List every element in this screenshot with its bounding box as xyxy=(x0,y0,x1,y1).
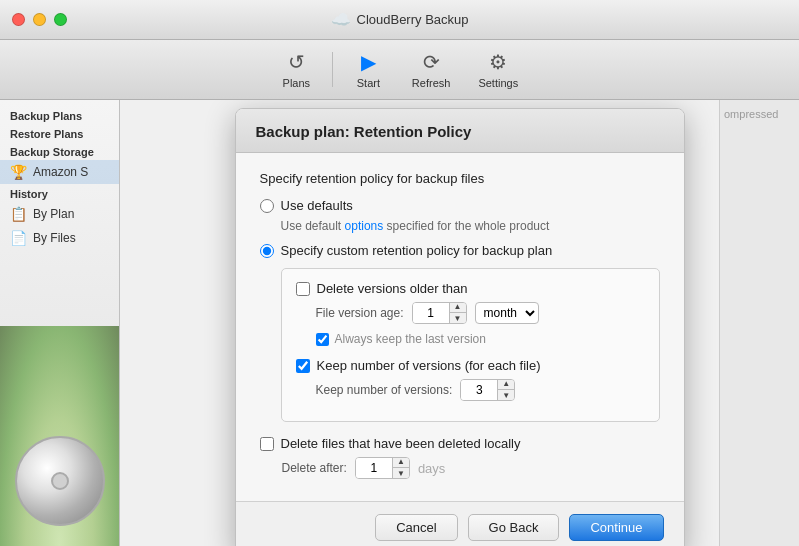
toolbar-separator xyxy=(332,52,333,87)
delete-after-stepper[interactable]: ▲ ▼ xyxy=(392,457,409,479)
delete-versions-label[interactable]: Delete versions older than xyxy=(317,281,468,296)
keep-versions-count-stepper[interactable]: ▲ ▼ xyxy=(497,379,514,401)
file-version-age-up[interactable]: ▲ xyxy=(450,302,466,313)
use-default-text: Use default xyxy=(281,219,342,233)
go-back-button[interactable]: Go Back xyxy=(468,514,560,541)
options-suffix: specified for the whole product xyxy=(387,219,550,233)
amazon-icon: 🏆 xyxy=(10,164,27,180)
sidebar-item-by-plan[interactable]: 📋 By Plan xyxy=(0,202,119,226)
traffic-lights[interactable] xyxy=(12,13,67,26)
toolbar-start-button[interactable]: ▶ Start xyxy=(341,44,396,95)
file-version-age-input-wrap[interactable]: 1 ▲ ▼ xyxy=(412,302,467,324)
delete-versions-checkbox[interactable] xyxy=(296,282,310,296)
settings-label: Settings xyxy=(478,77,518,89)
toolbar-plans-button[interactable]: ↺ Plans xyxy=(269,44,324,95)
keep-versions-count-input-wrap[interactable]: 3 ▲ ▼ xyxy=(460,379,515,401)
delete-after-input[interactable]: 1 xyxy=(356,458,392,478)
retention-policy-dialog: Backup plan: Retention Policy Specify re… xyxy=(235,108,685,546)
delete-files-label[interactable]: Delete files that have been deleted loca… xyxy=(281,436,521,451)
title-bar: ☁️ CloudBerry Backup xyxy=(0,0,799,40)
custom-policy-radio[interactable] xyxy=(260,244,274,258)
keep-versions-count-input[interactable]: 3 xyxy=(461,380,497,400)
file-version-age-label: File version age: xyxy=(316,306,404,320)
by-plan-icon: 📋 xyxy=(10,206,27,222)
app-title-text: CloudBerry Backup xyxy=(357,12,469,27)
dialog-body: Specify retention policy for backup file… xyxy=(236,153,684,501)
content-area: ompressed Backup plan: Retention Policy … xyxy=(120,100,799,546)
sidebar: Backup Plans Restore Plans Backup Storag… xyxy=(0,100,120,546)
dialog-footer: Cancel Go Back Continue xyxy=(236,501,684,546)
options-link[interactable]: options xyxy=(345,219,384,233)
history-section: History xyxy=(0,184,119,202)
cancel-button[interactable]: Cancel xyxy=(375,514,457,541)
disc-decoration xyxy=(15,436,105,526)
keep-versions-down[interactable]: ▼ xyxy=(498,390,514,401)
dialog-title: Backup plan: Retention Policy xyxy=(256,123,664,140)
restore-plans-section[interactable]: Restore Plans xyxy=(0,124,119,142)
toolbar: ↺ Plans ▶ Start ⟳ Refresh ⚙ Settings xyxy=(0,40,799,100)
use-defaults-subtext: Use default options specified for the wh… xyxy=(281,219,660,233)
delete-after-input-wrap[interactable]: 1 ▲ ▼ xyxy=(355,457,410,479)
keep-versions-checkbox[interactable] xyxy=(296,359,310,373)
delete-versions-item[interactable]: Delete versions older than xyxy=(296,281,645,296)
keep-versions-count-row: Keep number of versions: 3 ▲ ▼ xyxy=(316,379,645,401)
file-version-age-input[interactable]: 1 xyxy=(413,303,449,323)
continue-button[interactable]: Continue xyxy=(569,514,663,541)
always-keep-checkbox[interactable] xyxy=(316,333,329,346)
custom-policy-group: Specify custom retention policy for back… xyxy=(260,243,660,258)
keep-versions-section: Keep number of versions (for each file) … xyxy=(296,358,645,401)
toolbar-refresh-button[interactable]: ⟳ Refresh xyxy=(400,44,463,95)
use-defaults-label[interactable]: Use defaults xyxy=(281,198,353,213)
file-version-unit-select[interactable]: day week month year xyxy=(476,303,538,323)
custom-policy-indent: Delete versions older than File version … xyxy=(281,268,660,422)
keep-versions-item[interactable]: Keep number of versions (for each file) xyxy=(296,358,645,373)
disc xyxy=(15,436,105,526)
delete-after-unit: days xyxy=(418,461,445,476)
settings-icon: ⚙ xyxy=(489,50,507,74)
toolbar-settings-button[interactable]: ⚙ Settings xyxy=(466,44,530,95)
use-defaults-radio[interactable] xyxy=(260,199,274,213)
close-button[interactable] xyxy=(12,13,25,26)
delete-files-section: Delete files that have been deleted loca… xyxy=(260,436,660,479)
delete-after-label: Delete after: xyxy=(282,461,347,475)
amazon-label: Amazon S xyxy=(33,165,88,179)
specify-text: Specify retention policy for backup file… xyxy=(260,171,660,186)
dialog-overlay: Backup plan: Retention Policy Specify re… xyxy=(120,100,799,546)
delete-files-checkbox[interactable] xyxy=(260,437,274,451)
file-version-unit-wrap[interactable]: day week month year xyxy=(475,302,539,324)
by-plan-label: By Plan xyxy=(33,207,74,221)
refresh-label: Refresh xyxy=(412,77,451,89)
app-icon: ☁️ xyxy=(331,10,351,29)
custom-policy-label[interactable]: Specify custom retention policy for back… xyxy=(281,243,553,258)
delete-after-row: Delete after: 1 ▲ ▼ days xyxy=(282,457,660,479)
plans-label: Plans xyxy=(283,77,311,89)
custom-policy-radio-item[interactable]: Specify custom retention policy for back… xyxy=(260,243,660,258)
window-title: ☁️ CloudBerry Backup xyxy=(331,10,469,29)
file-version-age-stepper[interactable]: ▲ ▼ xyxy=(449,302,466,324)
by-files-icon: 📄 xyxy=(10,230,27,246)
always-keep-label[interactable]: Always keep the last version xyxy=(335,332,486,346)
keep-versions-label[interactable]: Keep number of versions (for each file) xyxy=(317,358,541,373)
backup-plans-section: Backup Plans xyxy=(0,106,119,124)
sidebar-item-by-files[interactable]: 📄 By Files xyxy=(0,226,119,250)
refresh-icon: ⟳ xyxy=(423,50,440,74)
sidebar-item-amazon[interactable]: 🏆 Amazon S xyxy=(0,160,119,184)
delete-after-up[interactable]: ▲ xyxy=(393,457,409,468)
always-keep-row[interactable]: Always keep the last version xyxy=(316,332,645,346)
maximize-button[interactable] xyxy=(54,13,67,26)
delete-files-item[interactable]: Delete files that have been deleted loca… xyxy=(260,436,660,451)
file-version-age-down[interactable]: ▼ xyxy=(450,313,466,324)
start-label: Start xyxy=(357,77,380,89)
delete-after-down[interactable]: ▼ xyxy=(393,468,409,479)
disc-hole xyxy=(51,472,69,490)
dialog-header: Backup plan: Retention Policy xyxy=(236,109,684,153)
start-icon: ▶ xyxy=(361,50,376,74)
minimize-button[interactable] xyxy=(33,13,46,26)
plans-icon: ↺ xyxy=(288,50,305,74)
use-defaults-group: Use defaults Use default options specifi… xyxy=(260,198,660,233)
by-files-label: By Files xyxy=(33,231,76,245)
use-defaults-radio-item[interactable]: Use defaults xyxy=(260,198,660,213)
backup-storage-section[interactable]: Backup Storage xyxy=(0,142,119,160)
keep-versions-up[interactable]: ▲ xyxy=(498,379,514,390)
keep-versions-count-label: Keep number of versions: xyxy=(316,383,453,397)
